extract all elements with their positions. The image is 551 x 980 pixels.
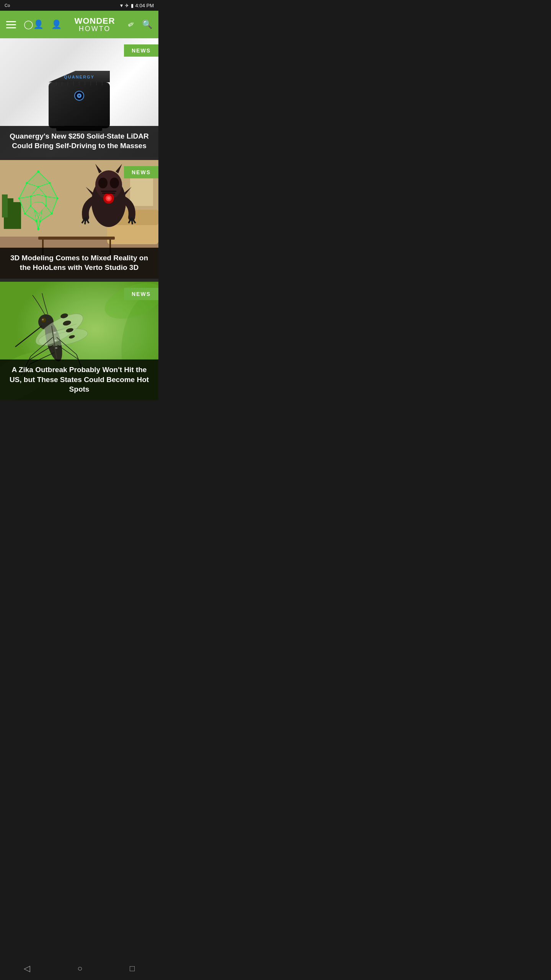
user-profile-icon[interactable]: 👤: [51, 20, 62, 29]
quanergy-illustration: QUANERGY: [26, 59, 133, 136]
svg-point-76: [42, 319, 44, 320]
svg-marker-39: [31, 194, 46, 206]
svg-point-45: [24, 213, 26, 215]
news-badge-3: NEWS: [124, 288, 158, 300]
svg-point-41: [26, 182, 28, 184]
header: ◯👤 👤 WONDER HOWTO ✏ 🔍: [0, 11, 158, 38]
svg-marker-65: [116, 164, 122, 173]
svg-rect-67: [102, 193, 115, 194]
news-badge-2: NEWS: [124, 166, 158, 178]
svg-point-42: [49, 182, 51, 184]
svg-point-51: [30, 196, 31, 197]
card-2-title: 3D Modeling Comes to Mixed Reality on th…: [6, 253, 152, 273]
status-time: 4:04 PM: [135, 3, 154, 8]
svg-point-98: [55, 347, 57, 349]
card-1-title-overlay: Quanergy's New $250 Solid-State LiDAR Co…: [0, 126, 158, 157]
svg-marker-64: [95, 164, 102, 173]
svg-point-54: [45, 205, 47, 207]
hologram-creature: [4, 168, 73, 244]
news-card-3[interactable]: NEWS A Zika Outbreak Probably Won't Hit …: [0, 282, 158, 400]
svg-point-15: [78, 95, 80, 96]
header-left-controls: ◯👤 👤: [6, 20, 62, 29]
news-card-1[interactable]: QUANERGY NEWS Quanergy's New $250 Solid-…: [0, 38, 158, 157]
status-icons: ▾ ✈ ▮ 4:04 PM: [120, 2, 154, 8]
svg-point-48: [39, 220, 41, 222]
card-2-title-overlay: 3D Modeling Comes to Mixed Reality on th…: [0, 248, 158, 279]
svg-point-53: [30, 205, 31, 207]
news-card-2[interactable]: NEWS 3D Modeling Comes to Mixed Reality …: [0, 160, 158, 279]
news-badge-1: NEWS: [124, 44, 158, 57]
menu-button[interactable]: [6, 21, 16, 28]
svg-rect-66: [101, 191, 116, 192]
svg-point-61: [107, 197, 110, 200]
status-notification: Co: [5, 3, 10, 8]
svg-point-52: [45, 196, 47, 197]
app-logo[interactable]: WONDER HOWTO: [74, 17, 115, 32]
user-button[interactable]: ◯👤: [24, 20, 44, 29]
card-3-title: A Zika Outbreak Probably Won't Hit the U…: [6, 365, 152, 394]
card-3-title-overlay: A Zika Outbreak Probably Won't Hit the U…: [0, 359, 158, 400]
airplane-icon: ✈: [125, 3, 129, 8]
svg-text:QUANERGY: QUANERGY: [64, 75, 95, 79]
card-1-title: Quanergy's New $250 Solid-State LiDAR Co…: [6, 131, 152, 151]
search-button[interactable]: 🔍: [142, 20, 152, 29]
svg-point-97: [54, 340, 57, 341]
svg-point-49: [37, 228, 39, 230]
svg-point-43: [18, 198, 20, 199]
battery-icon: ▮: [131, 3, 134, 8]
svg-point-47: [36, 220, 37, 222]
wifi-icon: ▾: [120, 2, 123, 8]
news-feed: QUANERGY NEWS Quanergy's New $250 Solid-…: [0, 38, 158, 400]
header-right-controls: ✏ 🔍: [128, 20, 152, 29]
svg-rect-0: [49, 82, 110, 128]
svg-point-40: [37, 170, 39, 173]
edit-button[interactable]: ✏: [126, 19, 136, 30]
svg-point-57: [98, 178, 108, 188]
svg-point-96: [54, 332, 56, 333]
svg-point-75: [41, 318, 46, 322]
svg-point-46: [51, 213, 53, 215]
svg-point-50: [37, 186, 39, 188]
svg-point-44: [57, 198, 59, 199]
logo-howto: HOWTO: [74, 25, 115, 32]
status-bar: Co ▾ ✈ ▮ 4:04 PM: [0, 0, 158, 11]
logo-wonder: WONDER: [74, 17, 115, 25]
svg-point-58: [110, 178, 119, 188]
